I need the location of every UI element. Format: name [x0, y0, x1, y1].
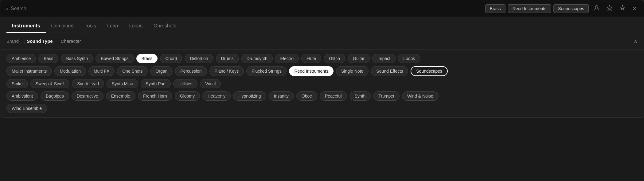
sound-type-tag-r1-12[interactable]: Guitar [348, 54, 370, 63]
pin-icon-button[interactable] [618, 3, 627, 14]
sound-type-tag-r2-2[interactable]: Multi FX [88, 66, 115, 76]
filter-sound-type[interactable]: Sound Type [27, 37, 57, 45]
sound-type-tag-r1-3[interactable]: Bowed Strings [96, 54, 134, 63]
sound-type-tag-r3-6[interactable]: Vocal [200, 79, 221, 88]
collapse-button[interactable]: ∧ [634, 38, 638, 45]
char-tag-r1-1[interactable]: Bagpipes [41, 91, 69, 101]
filter-character[interactable]: Character [61, 37, 85, 45]
tabs-bar: Instruments Combined Tools Leap Loops On… [0, 17, 644, 33]
filter-sep-2: | [57, 38, 61, 44]
char-tag-r1-7[interactable]: Hypnotizing [233, 91, 266, 101]
sound-type-tag-r2-1[interactable]: Modulation [54, 66, 86, 76]
filter-brand[interactable]: Brand [6, 37, 23, 45]
svg-point-0 [595, 6, 598, 8]
char-tag-r1-9[interactable]: Oboe [296, 91, 317, 101]
char-tag-r1-2[interactable]: Destructive [72, 91, 103, 101]
sound-type-tag-r1-4[interactable]: Brass [136, 54, 158, 63]
tags-section: AmbienceBassBass SynthBowed StringsBrass… [0, 50, 644, 117]
character-row-2: Wind Ensemble [6, 104, 638, 113]
char-tag-r1-11[interactable]: Synth [349, 91, 371, 101]
sound-type-tag-r1-7[interactable]: Drums [216, 54, 239, 63]
search-input[interactable] [11, 6, 482, 11]
tab-leap[interactable]: Leap [102, 21, 124, 33]
char-tag-r1-8[interactable]: Insanity [269, 91, 294, 101]
char-tag-r1-10[interactable]: Peaceful [320, 91, 347, 101]
sound-type-tag-r2-5[interactable]: Percussion [175, 66, 207, 76]
user-icon-button[interactable] [592, 3, 602, 14]
main-container: ⌕ Brass Reed Instruments Soundscapes ✕ [0, 0, 644, 118]
sound-type-tag-r1-2[interactable]: Bass Synth [61, 54, 93, 63]
sound-type-tag-r3-1[interactable]: Sweep & Swell [30, 79, 69, 88]
sound-type-tag-r1-14[interactable]: Loops [398, 54, 420, 63]
search-icon: ⌕ [5, 6, 8, 11]
sound-type-row-1: AmbienceBassBass SynthBowed StringsBrass… [6, 54, 638, 63]
char-tag-r1-4[interactable]: French Horn [138, 91, 172, 101]
search-tag-reed[interactable]: Reed Instruments [508, 4, 551, 13]
sound-type-tag-r2-6[interactable]: Piano / Keys [209, 66, 244, 76]
search-tag-soundscapes[interactable]: Soundscapes [553, 4, 589, 13]
search-tag-brass[interactable]: Brass [485, 4, 505, 13]
sound-type-tag-r3-0[interactable]: Strike [6, 79, 28, 88]
search-bar: ⌕ Brass Reed Instruments Soundscapes ✕ [0, 0, 644, 17]
tab-combined[interactable]: Combined [46, 21, 79, 33]
sound-type-row-2: Mallet InstrumentsModulationMulti FXOne … [6, 66, 638, 76]
sound-type-tag-r2-4[interactable]: Organ [150, 66, 173, 76]
sound-type-row-3: StrikeSweep & SwellSynth LeadSynth MiscS… [6, 79, 638, 88]
char-tag-r1-6[interactable]: Heavenly [202, 91, 231, 101]
sound-type-tag-r2-10[interactable]: Sound Effects [371, 66, 408, 76]
sound-type-tag-r2-0[interactable]: Mallet Instruments [6, 66, 52, 76]
sound-type-tag-r1-11[interactable]: Glitch [324, 54, 345, 63]
filter-row: Brand | Sound Type | Character ∧ [0, 33, 644, 50]
char-tag-r1-0[interactable]: Ambivalent [6, 91, 38, 101]
sound-type-tag-r3-4[interactable]: Synth Pad [141, 79, 171, 88]
tab-loops[interactable]: Loops [123, 21, 148, 33]
sound-type-tag-r1-8[interactable]: Drumsynth [241, 54, 273, 63]
char-tag-r2-0[interactable]: Wind Ensemble [6, 104, 47, 113]
svg-marker-1 [607, 5, 612, 10]
sound-type-tag-r3-3[interactable]: Synth Misc [107, 79, 138, 88]
char-tag-r1-3[interactable]: Ensemble [106, 91, 135, 101]
search-tags: Brass Reed Instruments Soundscapes [485, 4, 589, 13]
sound-type-tag-r2-9[interactable]: Single Note [336, 66, 369, 76]
tab-one-shots[interactable]: One-shots [148, 21, 182, 33]
sound-type-tag-r2-7[interactable]: Plucked Strings [246, 66, 287, 76]
character-row-1: AmbivalentBagpipesDestructiveEnsembleFre… [6, 91, 638, 101]
search-input-wrapper: ⌕ [5, 6, 482, 11]
sound-type-tag-r1-9[interactable]: Electro [275, 54, 299, 63]
sound-type-tag-r1-1[interactable]: Bass [38, 54, 58, 63]
sound-type-tag-r3-5[interactable]: Utilities [173, 79, 197, 88]
sound-type-tag-r3-2[interactable]: Synth Lead [72, 79, 104, 88]
tab-tools[interactable]: Tools [79, 21, 102, 33]
sound-type-tag-r2-8[interactable]: Reed Instruments [289, 66, 334, 76]
sound-type-tag-r1-0[interactable]: Ambience [6, 54, 36, 63]
tab-instruments[interactable]: Instruments [6, 21, 46, 33]
sound-type-tag-r2-11[interactable]: Soundscapes [411, 66, 448, 76]
sound-type-tag-r1-13[interactable]: Impact [372, 54, 396, 63]
char-tag-r1-13[interactable]: Wind & Noise [402, 91, 439, 101]
close-icon-button[interactable]: ✕ [630, 4, 639, 13]
sound-type-tag-r1-6[interactable]: Distortion [185, 54, 213, 63]
sound-type-tag-r2-3[interactable]: One Shots [117, 66, 148, 76]
char-tag-r1-5[interactable]: Gloomy [175, 91, 200, 101]
filter-sep-1: | [23, 38, 27, 44]
sound-type-tag-r1-10[interactable]: Flute [301, 54, 321, 63]
star-icon-button[interactable] [605, 3, 615, 14]
sound-type-tag-r1-5[interactable]: Chord [160, 54, 182, 63]
char-tag-r1-12[interactable]: Trumpet [373, 91, 400, 101]
